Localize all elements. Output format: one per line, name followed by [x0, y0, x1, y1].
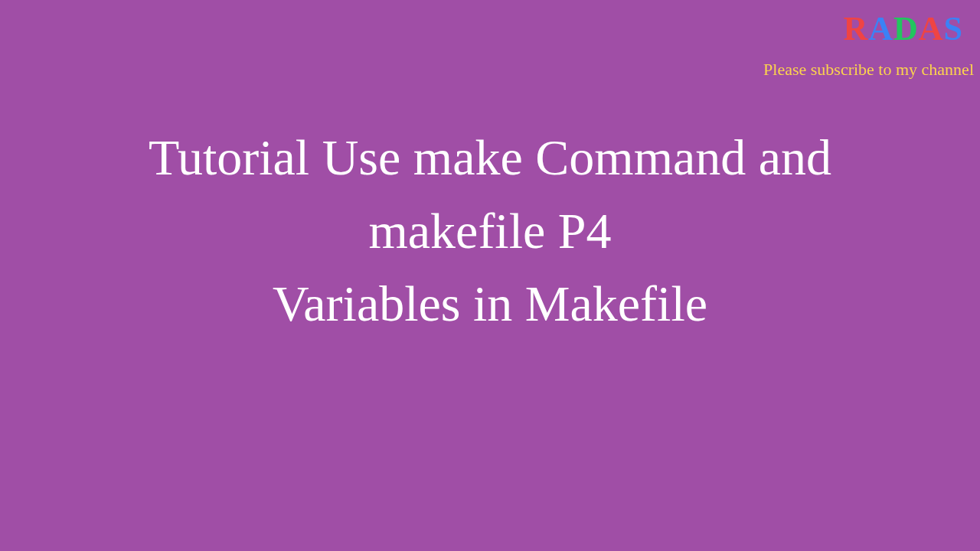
subscribe-text: Please subscribe to my channel [763, 60, 974, 80]
title-line-2: makefile P4 [0, 194, 980, 268]
logo-letter-a2: A [919, 12, 944, 46]
logo-letter-s: S [944, 12, 963, 46]
title-line-3: Variables in Makefile [0, 267, 980, 341]
logo-letter-r: R [843, 12, 868, 46]
logo-letter-d: D [893, 12, 919, 46]
title-line-1: Tutorial Use make Command and [0, 121, 980, 194]
brand-logo: RADAS [843, 12, 963, 46]
main-title: Tutorial Use make Command and makefile P… [0, 121, 980, 341]
logo-letter-a1: A [868, 12, 893, 46]
